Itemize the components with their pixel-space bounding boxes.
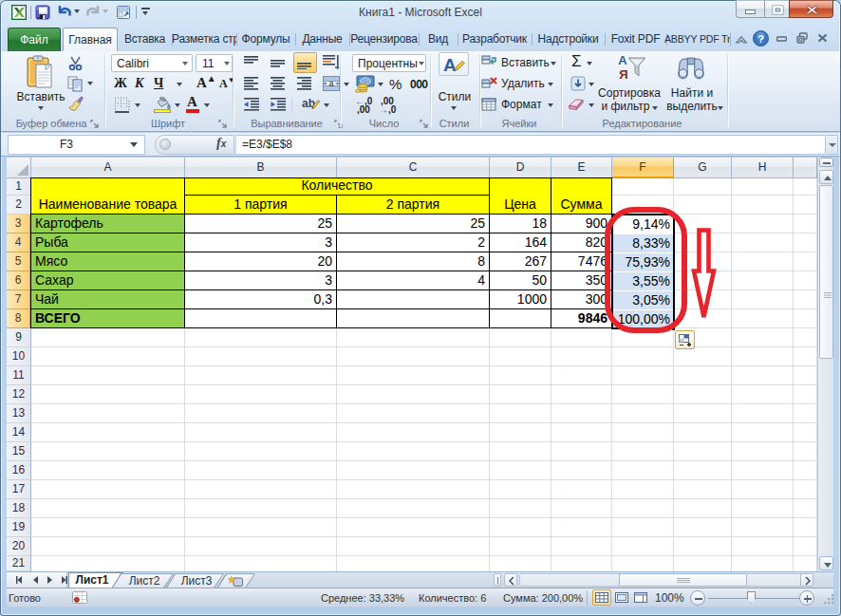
- svg-text:A: A: [443, 55, 457, 75]
- svg-text:А: А: [618, 53, 627, 67]
- svg-text:a: a: [328, 79, 333, 88]
- svg-text:Я: Я: [619, 67, 627, 82]
- svg-text:?: ?: [757, 33, 764, 45]
